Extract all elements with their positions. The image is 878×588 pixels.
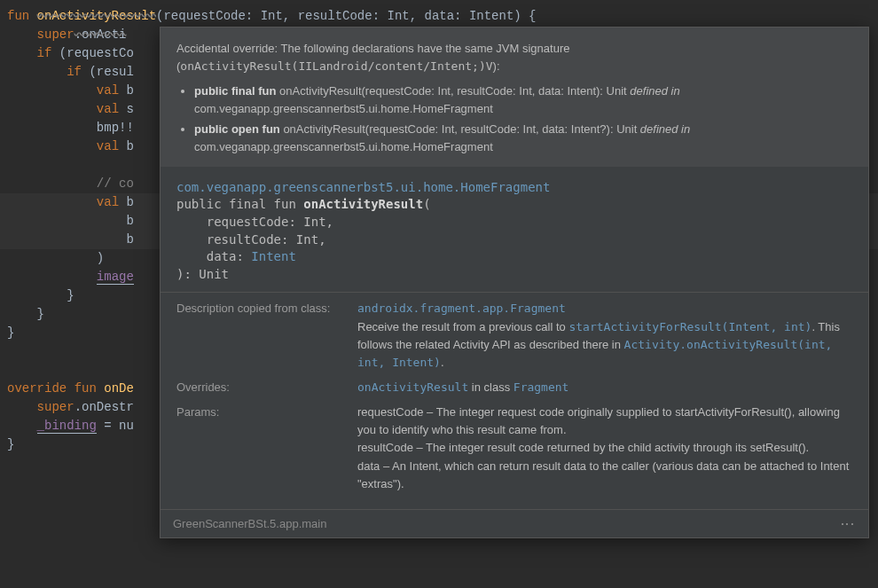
param-text: data – An Intent, which can return resul… — [357, 458, 852, 493]
code-line: fun onActivityResult(requestCode: Int, r… — [0, 7, 878, 26]
desc-label: Description copied from class: — [176, 300, 357, 372]
error-text: Accidental override: The following decla… — [176, 42, 569, 73]
signature-block: com.veganapp.greenscannerbst5.ui.home.Ho… — [161, 167, 868, 293]
desc-label: Overrides: — [176, 379, 357, 396]
error-item: public final fun onActivityResult(reques… — [194, 82, 852, 118]
desc-row: Overrides: onActivityResult in class Fra… — [176, 379, 852, 396]
tooltip-footer: GreenScannerBSt.5.app.main ⋮ — [161, 509, 868, 537]
description-block: Description copied from class: androidx.… — [161, 292, 868, 508]
class-link[interactable]: Fragment — [513, 380, 569, 394]
desc-row: Params: requestCode – The integer reques… — [176, 404, 852, 493]
desc-value: androidx.fragment.app.Fragment Receive t… — [357, 300, 852, 372]
error-header: Accidental override: The following decla… — [161, 27, 868, 167]
method-link[interactable]: startActivityForResult(Intent, int) — [568, 320, 811, 333]
more-options-icon[interactable]: ⋮ — [839, 517, 856, 529]
package-link[interactable]: com.veganapp.greenscannerbst5.ui.home.Ho… — [176, 180, 550, 194]
desc-label: Params: — [176, 404, 357, 493]
desc-row: Description copied from class: androidx.… — [176, 300, 852, 372]
desc-value: onActivityResult in class Fragment — [357, 379, 852, 396]
param-text: requestCode – The integer request code o… — [357, 404, 852, 439]
class-link[interactable]: androidx.fragment.app.Fragment — [357, 302, 566, 315]
method-link[interactable]: onActivityResult — [357, 380, 468, 394]
param-text: resultCode – The integer result code ret… — [357, 439, 852, 457]
desc-value: requestCode – The integer request code o… — [357, 404, 852, 493]
error-list: public final fun onActivityResult(reques… — [194, 82, 852, 156]
error-item: public open fun onActivityResult(request… — [194, 121, 852, 156]
type-link[interactable]: Intent — [251, 249, 296, 263]
documentation-tooltip: Accidental override: The following decla… — [160, 27, 869, 538]
footer-text: GreenScannerBSt.5.app.main — [173, 517, 326, 530]
